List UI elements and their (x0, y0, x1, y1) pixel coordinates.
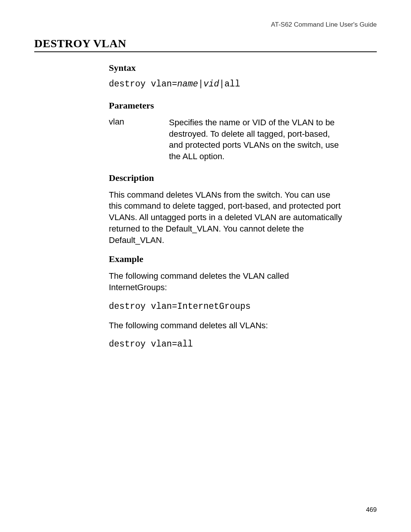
syntax-arg-name: name (177, 79, 198, 89)
syntax-code: destroy vlan=name|vid|all (109, 79, 345, 89)
syntax-tail: all (225, 79, 240, 89)
syntax-arg-vid: vid (203, 79, 219, 89)
parameter-row: vlan Specifies the name or VID of the VL… (109, 117, 345, 162)
example-code-2: destroy vlan=all (109, 339, 345, 349)
example-intro-1: The following command deletes the VLAN c… (109, 270, 345, 293)
syntax-pipe: | (219, 79, 225, 89)
title-rule (34, 51, 377, 52)
command-title: DESTROY VLAN (34, 37, 377, 50)
parameter-name: vlan (109, 117, 169, 162)
example-intro-2: The following command deletes all VLANs: (109, 320, 345, 331)
running-header: AT-S62 Command Line User's Guide (34, 21, 377, 29)
example-heading: Example (109, 254, 345, 264)
page-number: 469 (366, 506, 377, 514)
syntax-prefix: destroy vlan= (109, 79, 177, 89)
content-column: Syntax destroy vlan=name|vid|all Paramet… (109, 63, 345, 349)
syntax-pipe: | (198, 79, 204, 89)
parameters-heading: Parameters (109, 101, 345, 111)
page: AT-S62 Command Line User's Guide DESTROY… (0, 0, 411, 532)
syntax-heading: Syntax (109, 63, 345, 73)
description-body: This command deletes VLANs from the swit… (109, 189, 345, 246)
parameter-description: Specifies the name or VID of the VLAN to… (169, 117, 345, 162)
description-heading: Description (109, 173, 345, 183)
example-code-1: destroy vlan=InternetGroups (109, 302, 345, 312)
